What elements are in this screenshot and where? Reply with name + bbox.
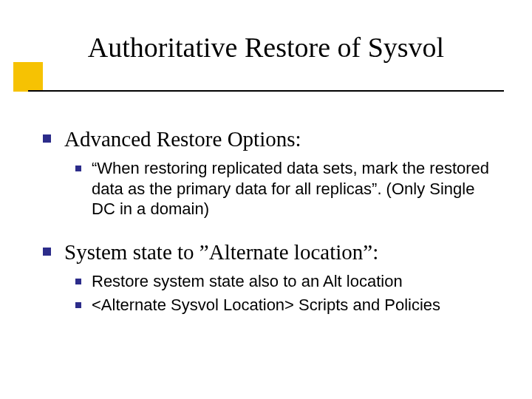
square-bullet-icon — [75, 279, 81, 284]
list-item-text: Restore system state also to an Alt loca… — [92, 271, 403, 292]
list-item: <Alternate Sysvol Location> Scripts and … — [75, 295, 494, 316]
list-item: “When restoring replicated data sets, ma… — [75, 158, 494, 219]
slide-title: Authoritative Restore of Sysvol — [0, 31, 532, 64]
sublist: “When restoring replicated data sets, ma… — [75, 158, 494, 219]
slide-body: Advanced Restore Options: “When restorin… — [43, 126, 494, 334]
sublist: Restore system state also to an Alt loca… — [75, 271, 494, 315]
square-bullet-icon — [43, 248, 51, 256]
slide: Authoritative Restore of Sysvol Advanced… — [0, 0, 532, 399]
horizontal-rule — [28, 90, 504, 92]
list-item-text: Advanced Restore Options: — [64, 126, 301, 152]
list-item-text: System state to ”Alternate location”: — [64, 239, 378, 265]
list-item: Advanced Restore Options: — [43, 126, 494, 152]
square-bullet-icon — [75, 302, 81, 308]
accent-square — [13, 62, 43, 92]
square-bullet-icon — [43, 134, 51, 143]
list-item: System state to ”Alternate location”: — [43, 239, 494, 265]
list-item-text: “When restoring replicated data sets, ma… — [92, 158, 494, 219]
square-bullet-icon — [75, 166, 81, 171]
list-item: Restore system state also to an Alt loca… — [75, 271, 494, 292]
list-item-text: <Alternate Sysvol Location> Scripts and … — [92, 295, 440, 316]
